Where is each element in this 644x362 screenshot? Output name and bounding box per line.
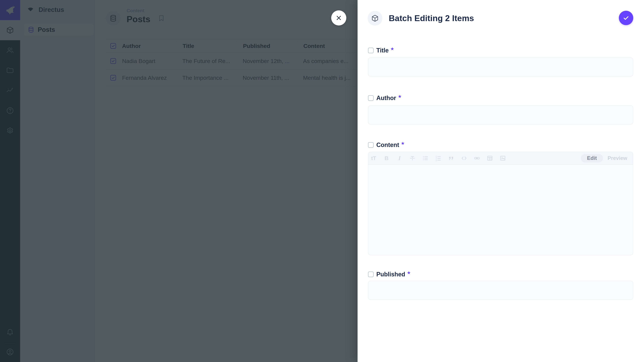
batch-enable-checkbox-author[interactable] <box>368 95 374 101</box>
box-icon <box>371 14 379 22</box>
blockquote-icon[interactable] <box>448 155 455 162</box>
close-drawer-button[interactable] <box>331 10 346 25</box>
author-field[interactable] <box>368 105 633 124</box>
svg-text:3: 3 <box>436 159 437 162</box>
field-label-row-content: Content ★ <box>368 142 405 148</box>
field-label-row-author: Author ★ <box>368 95 402 101</box>
batch-enable-checkbox-published[interactable] <box>368 272 374 277</box>
table-icon[interactable] <box>486 155 494 162</box>
drawer-header-icon-circle <box>368 11 382 26</box>
editor-mode-tabs: Edit Preview <box>581 154 628 162</box>
tab-preview[interactable]: Preview <box>608 155 628 161</box>
bold-icon[interactable]: B <box>383 155 390 162</box>
save-button[interactable] <box>619 11 633 25</box>
field-label-row-published: Published ★ <box>368 271 411 278</box>
batch-enable-checkbox-content[interactable] <box>368 142 374 148</box>
editor-toolbar: tT B I 123 <box>368 152 633 165</box>
drawer-title: Batch Editing 2 Items <box>389 13 474 23</box>
close-icon <box>335 14 342 21</box>
required-star-icon: ★ <box>407 270 411 275</box>
bulleted-list-icon[interactable] <box>422 155 429 162</box>
link-icon[interactable] <box>473 155 481 162</box>
tab-edit[interactable]: Edit <box>581 154 603 162</box>
published-field[interactable] <box>368 281 633 300</box>
italic-icon[interactable]: I <box>396 155 403 162</box>
required-star-icon: ★ <box>401 141 405 146</box>
field-label-row-title: Title ★ <box>368 47 394 54</box>
field-label: Published <box>376 271 405 278</box>
title-field[interactable] <box>368 57 633 77</box>
batch-enable-checkbox-title[interactable] <box>368 48 374 53</box>
check-icon <box>622 14 630 22</box>
image-icon[interactable] <box>499 155 506 162</box>
strikethrough-icon[interactable] <box>409 155 416 162</box>
batch-edit-drawer: Batch Editing 2 Items Title ★ Author ★ C… <box>358 0 644 362</box>
font-size-icon[interactable]: tT <box>370 155 377 162</box>
required-star-icon: ★ <box>390 46 394 51</box>
field-label: Title <box>376 47 388 54</box>
content-editor-textarea[interactable] <box>368 165 633 255</box>
field-label: Author <box>376 94 396 102</box>
numbered-list-icon[interactable]: 123 <box>434 155 442 162</box>
field-label: Content <box>376 141 399 148</box>
markdown-editor: tT B I 123 <box>368 152 633 255</box>
code-icon[interactable] <box>460 155 468 162</box>
required-star-icon: ★ <box>398 94 402 99</box>
